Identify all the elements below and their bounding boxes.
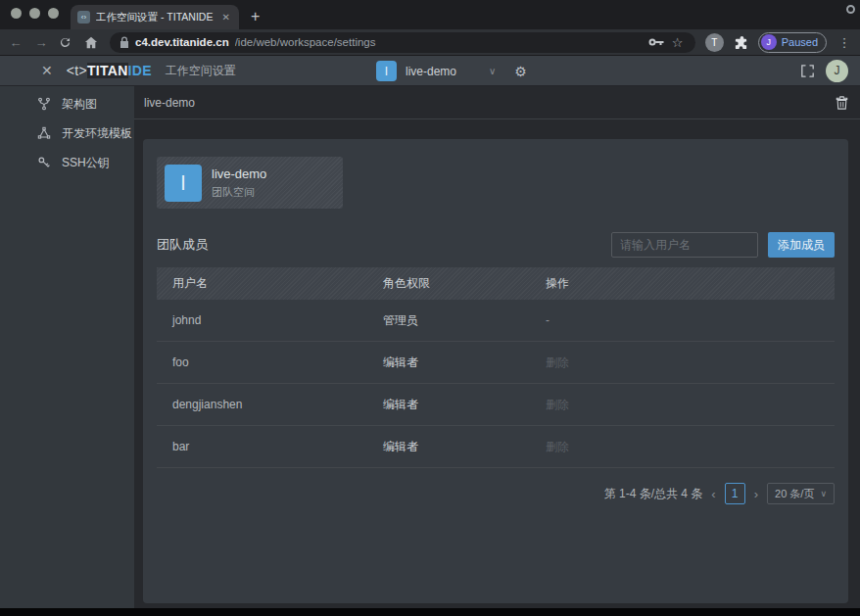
browser-tab[interactable]: ‹› 工作空间设置 - TITANIDE ✕ xyxy=(71,5,239,29)
tab-favicon-icon: ‹› xyxy=(77,11,90,24)
app-close-icon[interactable]: ✕ xyxy=(41,63,53,78)
chevron-down-icon[interactable]: ∨ xyxy=(489,66,496,76)
workspace-avatar: l xyxy=(376,61,397,81)
delete-link[interactable]: 删除 xyxy=(530,397,835,413)
lock-icon xyxy=(119,36,129,48)
cell-action: - xyxy=(530,313,835,327)
delete-link[interactable]: 删除 xyxy=(530,355,835,371)
workspace-card-name: live-demo xyxy=(212,166,266,181)
col-role: 角色权限 xyxy=(367,275,530,292)
table-row: johnd 管理员 - xyxy=(157,300,835,342)
col-actions: 操作 xyxy=(530,275,835,292)
key-icon[interactable] xyxy=(648,37,664,47)
page-number[interactable]: 1 xyxy=(725,483,745,504)
url-bar[interactable]: c4.dev.titanide.cn /ide/web/workspace/se… xyxy=(110,32,695,53)
cell-role: 编辑者 xyxy=(367,355,530,371)
cell-username: johnd xyxy=(157,313,367,327)
browser-window: ‹› 工作空间设置 - TITANIDE ✕ + ← → c4.dev.tita… xyxy=(0,0,860,616)
username-input[interactable] xyxy=(611,232,758,258)
workspace-switcher[interactable]: l live-demo ∨ ⚙ xyxy=(376,56,527,86)
cell-role: 编辑者 xyxy=(367,439,530,455)
reload-icon[interactable] xyxy=(59,36,74,49)
profile-status: Paused xyxy=(782,36,818,48)
window-zoom-icon[interactable] xyxy=(48,8,59,19)
url-host: c4.dev.titanide.cn xyxy=(135,36,229,48)
tab-close-icon[interactable]: ✕ xyxy=(220,12,232,23)
sidebar-item-architecture[interactable]: 架构图 xyxy=(0,89,134,118)
table-header: 用户名 角色权限 操作 xyxy=(157,267,835,300)
kebab-menu-icon[interactable]: ⋮ xyxy=(836,35,852,50)
cell-username: bar xyxy=(157,440,367,453)
branch-icon xyxy=(37,97,51,111)
page-size-value: 20 条/页 xyxy=(775,487,814,501)
site-avatar[interactable]: T xyxy=(705,33,724,52)
window-close-icon[interactable] xyxy=(11,8,22,19)
page-size-select[interactable]: 20 条/页 ∨ xyxy=(767,483,835,504)
breadcrumb: live-demo xyxy=(144,96,195,110)
window-bottom-edge xyxy=(0,608,860,616)
trash-icon[interactable] xyxy=(836,96,848,110)
ssh-key-icon xyxy=(37,156,51,169)
next-page-icon[interactable]: › xyxy=(754,487,758,501)
forward-icon[interactable]: → xyxy=(33,35,49,50)
app-header: ✕ <t>TITANIDE 工作空间设置 l live-demo ∨ ⚙ J xyxy=(0,56,860,86)
pagination: 第 1-4 条/总共 4 条 ‹ 1 › 20 条/页 ∨ xyxy=(157,483,835,504)
browser-toolbar: ← → c4.dev.titanide.cn /ide/web/workspac… xyxy=(0,29,860,56)
page-title: 工作空间设置 xyxy=(166,63,236,79)
template-icon xyxy=(37,126,51,140)
sidebar-item-dev-templates[interactable]: 开发环境模板 xyxy=(0,118,134,148)
sidebar: 架构图 开发环境模板 SSH公钥 xyxy=(0,86,134,608)
table-row: foo 编辑者 删除 xyxy=(157,342,835,384)
table-row: dengjianshen 编辑者 删除 xyxy=(157,384,835,426)
gear-icon[interactable]: ⚙ xyxy=(514,64,527,79)
tab-strip: ‹› 工作空间设置 - TITANIDE ✕ + xyxy=(0,0,860,29)
workspace-name: live-demo xyxy=(406,65,456,78)
url-path: /ide/web/workspace/settings xyxy=(235,36,643,48)
user-avatar[interactable]: J xyxy=(826,60,848,82)
cell-username: dengjianshen xyxy=(157,398,367,411)
breadcrumb-bar: live-demo xyxy=(134,86,860,119)
add-member-button[interactable]: 添加成员 xyxy=(768,232,835,258)
pagination-summary: 第 1-4 条/总共 4 条 xyxy=(604,486,703,502)
cell-username: foo xyxy=(157,355,367,369)
members-table: 用户名 角色权限 操作 johnd 管理员 - foo 编辑者 删除 xyxy=(157,267,835,468)
settings-panel: l live-demo 团队空间 团队成员 添加成员 用户名 角色权限 操作 xyxy=(143,139,848,603)
home-icon[interactable] xyxy=(84,36,100,49)
fullscreen-icon[interactable] xyxy=(801,65,814,77)
new-tab-icon[interactable]: + xyxy=(251,5,260,28)
extensions-icon[interactable] xyxy=(734,35,748,50)
star-icon[interactable]: ☆ xyxy=(670,35,686,50)
chevron-down-icon: ∨ xyxy=(820,489,827,498)
workspace-card: l live-demo 团队空间 xyxy=(157,157,343,209)
workspace-card-type: 团队空间 xyxy=(212,185,266,200)
col-username: 用户名 xyxy=(157,275,367,292)
tab-title: 工作空间设置 - TITANIDE xyxy=(96,11,215,24)
window-minimize-icon[interactable] xyxy=(29,8,40,19)
members-toolbar: 团队成员 添加成员 xyxy=(157,232,835,258)
status-circle-icon[interactable] xyxy=(846,5,855,14)
sidebar-item-label: 开发环境模板 xyxy=(62,125,132,142)
sidebar-item-label: 架构图 xyxy=(62,96,97,113)
cell-role: 编辑者 xyxy=(367,397,530,413)
workspace-card-avatar: l xyxy=(165,165,202,202)
profile-avatar: J xyxy=(761,34,777,50)
members-heading: 团队成员 xyxy=(157,236,208,254)
traffic-lights xyxy=(11,8,59,19)
back-icon[interactable]: ← xyxy=(8,35,24,50)
sidebar-item-label: SSH公钥 xyxy=(62,155,110,171)
app-logo: <t>TITANIDE xyxy=(67,63,152,78)
profile-chip[interactable]: J Paused xyxy=(758,32,827,53)
cell-role: 管理员 xyxy=(367,312,530,329)
main-content: live-demo l live-demo 团队空间 团队成员 添加成员 xyxy=(134,86,860,608)
delete-link[interactable]: 删除 xyxy=(530,439,835,455)
sidebar-item-ssh-keys[interactable]: SSH公钥 xyxy=(0,148,134,177)
prev-page-icon[interactable]: ‹ xyxy=(711,487,715,501)
table-row: bar 编辑者 删除 xyxy=(157,426,835,468)
